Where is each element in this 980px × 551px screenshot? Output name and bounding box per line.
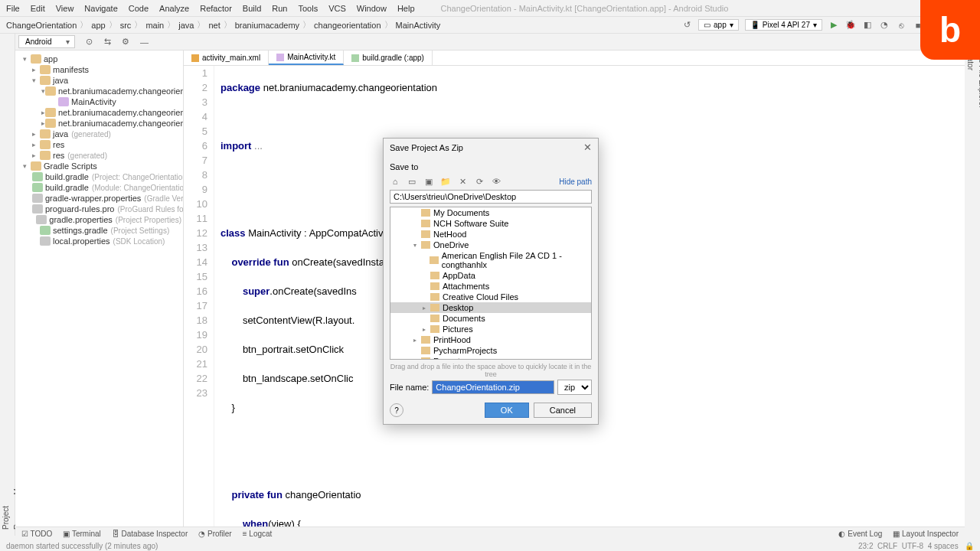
layout-inspector-tab[interactable]: ▦ Layout Inspector: [893, 530, 959, 538]
close-icon[interactable]: ✕: [583, 142, 592, 153]
hide-icon[interactable]: —: [138, 36, 150, 48]
run-config-dropdown[interactable]: ▭ app ▾: [698, 19, 739, 31]
project-tab[interactable]: Project: [0, 34, 11, 536]
folder-item[interactable]: NCH Software Suite: [390, 218, 591, 229]
tree-item[interactable]: ▸net.braniumacademy.changeorientation(te…: [17, 118, 181, 129]
menu-navigate[interactable]: Navigate: [84, 4, 117, 13]
filename-input[interactable]: [432, 380, 554, 394]
tree-item[interactable]: proguard-rules.pro(ProGuard Rules for Ch…: [17, 204, 181, 214]
tree-item[interactable]: build.gradle(Project: ChangeOrientation): [17, 171, 181, 182]
crumb[interactable]: src: [120, 21, 132, 30]
folder-item[interactable]: American English File 2A CD 1 - congthan…: [390, 250, 591, 270]
menu-window[interactable]: Window: [357, 4, 387, 13]
extension-select[interactable]: zip: [557, 380, 592, 395]
folder-item[interactable]: My Documents: [390, 207, 591, 218]
project-icon[interactable]: ▣: [423, 176, 434, 187]
project-scope-dropdown[interactable]: Android: [18, 35, 75, 48]
debug-icon[interactable]: 🐞: [845, 20, 856, 31]
folder-item[interactable]: Attachments: [390, 281, 591, 292]
folder-item[interactable]: ▸PrintHood: [390, 334, 591, 345]
newfolder-icon[interactable]: 📁: [440, 176, 451, 187]
menu-refactor[interactable]: Refactor: [200, 4, 232, 13]
run-icon[interactable]: ▶: [828, 20, 839, 31]
right-tool-tabs: Emulator Device File Explorer: [965, 34, 980, 528]
menu-analyze[interactable]: Analyze: [159, 4, 189, 13]
menu-edit[interactable]: Edit: [31, 4, 45, 13]
tree-item[interactable]: MainActivity: [17, 96, 181, 107]
coverage-icon[interactable]: ◧: [862, 20, 873, 31]
device-dropdown[interactable]: 📱 Pixel 4 API 27 ▾: [745, 19, 822, 31]
tree-item[interactable]: ▸res: [17, 139, 181, 150]
folder-item[interactable]: ▸Recent: [390, 356, 591, 360]
crumb[interactable]: changeorientation: [314, 21, 381, 30]
project-tree[interactable]: ▾app▸manifests▾java▾net.braniumacademy.c…: [15, 51, 184, 528]
tree-item[interactable]: ▸net.braniumacademy.changeorientation(an…: [17, 107, 181, 118]
refresh-icon[interactable]: ⟳: [474, 176, 485, 187]
folder-item[interactable]: Creative Cloud Files: [390, 292, 591, 302]
tree-item[interactable]: gradle-wrapper.properties(Gradle Version…: [17, 193, 181, 204]
folder-item[interactable]: Documents: [390, 313, 591, 324]
folder-item[interactable]: NetHood: [390, 229, 591, 240]
folder-item[interactable]: AppData: [390, 270, 591, 281]
tree-item[interactable]: gradle.properties(Project Properties): [17, 214, 181, 225]
tree-item[interactable]: local.properties(SDK Location): [17, 236, 181, 246]
file-tree[interactable]: My DocumentsNCH Software SuiteNetHood▾On…: [390, 207, 592, 360]
crumb[interactable]: java: [178, 21, 194, 30]
menu-vcs[interactable]: VCS: [328, 4, 346, 13]
folder-item[interactable]: PycharmProjects: [390, 345, 591, 356]
settings-icon[interactable]: ⚙: [119, 36, 132, 48]
tree-item[interactable]: ▸manifests: [17, 64, 181, 75]
menu-view[interactable]: View: [56, 4, 74, 13]
menubar: File Edit View Navigate Code Analyze Ref…: [0, 0, 980, 17]
emulator-tab[interactable]: Emulator: [965, 34, 976, 528]
event-log-tab[interactable]: ◐ Event Log: [838, 530, 882, 538]
tree-item[interactable]: ▾net.braniumacademy.changeorientation: [17, 86, 181, 96]
profile-icon[interactable]: ◔: [879, 20, 890, 31]
ok-button[interactable]: OK: [485, 403, 529, 418]
nav-bar: ChangeOrientation〉 app〉 src〉 main〉 java〉…: [0, 17, 980, 34]
todo-tab[interactable]: ☑ TODO: [21, 530, 52, 538]
cancel-button[interactable]: Cancel: [534, 403, 592, 418]
crumb[interactable]: main: [145, 21, 164, 30]
logcat-tab[interactable]: ≡ Logcat: [243, 530, 273, 538]
terminal-tab[interactable]: ▣ Terminal: [63, 530, 100, 538]
editor-tab[interactable]: activity_main.xml: [184, 51, 269, 65]
collapse-icon[interactable]: ⊙: [83, 36, 95, 48]
crumb[interactable]: net: [208, 21, 220, 30]
menu-tools[interactable]: Tools: [298, 4, 318, 13]
crumb[interactable]: app: [91, 21, 105, 30]
hide-path-link[interactable]: Hide path: [559, 178, 592, 186]
tree-item[interactable]: ▸java(generated): [17, 129, 181, 139]
folder-item[interactable]: ▸Desktop: [390, 302, 591, 313]
delete-icon[interactable]: ✕: [457, 176, 468, 187]
editor-tab[interactable]: build.gradle (:app): [344, 51, 433, 65]
tree-item[interactable]: ▾java: [17, 75, 181, 86]
editor-tab[interactable]: MainActivity.kt: [269, 51, 344, 65]
path-input[interactable]: [390, 190, 592, 204]
device-explorer-tab[interactable]: Device File Explorer: [976, 34, 980, 528]
crumb[interactable]: ChangeOrientation: [6, 21, 77, 30]
tree-item[interactable]: ▾Gradle Scripts: [17, 161, 181, 171]
folder-item[interactable]: ▾OneDrive: [390, 240, 591, 250]
crumb[interactable]: MainActivity: [396, 21, 441, 30]
sync-icon[interactable]: ↺: [681, 20, 692, 31]
menu-run[interactable]: Run: [272, 4, 287, 13]
database-tab[interactable]: 🗄 Database Inspector: [112, 530, 188, 538]
tree-item[interactable]: build.gradle(Module: ChangeOrientation.a…: [17, 182, 181, 193]
showhidden-icon[interactable]: 👁: [491, 176, 501, 187]
expand-icon[interactable]: ⇆: [101, 36, 113, 48]
menu-help[interactable]: Help: [397, 4, 415, 13]
tree-item[interactable]: ▾app: [17, 54, 181, 64]
help-button[interactable]: ?: [390, 403, 403, 417]
tree-item[interactable]: ▸res(generated): [17, 150, 181, 161]
menu-file[interactable]: File: [6, 4, 20, 13]
crumb[interactable]: braniumacademy: [235, 21, 299, 30]
attach-icon[interactable]: ⎋: [896, 20, 906, 31]
desktop-icon[interactable]: ▭: [407, 176, 417, 187]
home-icon[interactable]: ⌂: [390, 176, 400, 187]
tree-item[interactable]: settings.gradle(Project Settings): [17, 225, 181, 236]
menu-code[interactable]: Code: [129, 4, 149, 13]
folder-item[interactable]: ▸Pictures: [390, 324, 591, 334]
profiler-tab[interactable]: ◔ Profiler: [198, 530, 231, 538]
menu-build[interactable]: Build: [243, 4, 261, 13]
